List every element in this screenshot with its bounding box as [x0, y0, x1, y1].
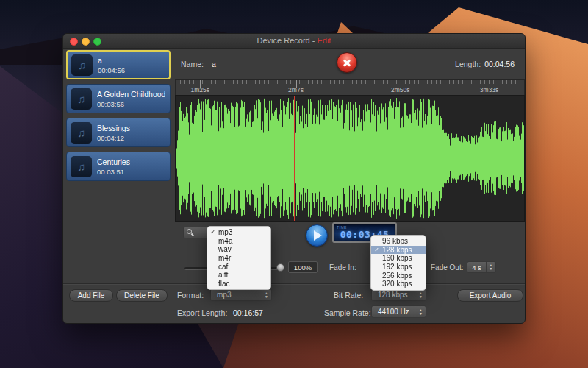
menu-item-label: 192 kbps [382, 263, 412, 271]
menu-item-label: m4r [218, 254, 231, 262]
menu-item-label: 160 kbps [382, 254, 412, 262]
waveform-canvas[interactable] [176, 96, 524, 221]
check-icon: ✓ [207, 229, 218, 236]
zoom-slider-thumb[interactable] [276, 263, 284, 272]
menu-item-m4r[interactable]: m4r [207, 254, 270, 263]
magnifier-icon [187, 229, 194, 236]
menu-item-label: m4a [218, 237, 232, 245]
music-note-icon: ♫ [71, 54, 93, 76]
length-label: Length: [455, 60, 481, 68]
ruler-ticks [176, 80, 524, 84]
track-duration: 00:04:12 [97, 134, 130, 142]
menu-item-128kbps[interactable]: ✓128 kbps [371, 246, 426, 255]
name-value: a [212, 60, 216, 68]
menu-item-256kbps[interactable]: 256 kbps [371, 271, 426, 280]
menu-item-label: 320 kbps [382, 280, 412, 288]
menu-item-wav[interactable]: wav [207, 245, 270, 254]
sample-rate-dropdown[interactable]: 44100 Hz ▴▾ [371, 305, 426, 318]
menu-item-aiff[interactable]: aiff [207, 271, 270, 280]
track-name: a [98, 56, 125, 65]
minimize-window-button[interactable] [82, 38, 90, 46]
waveform-panel[interactable] [175, 95, 525, 222]
stepper-arrows-icon[interactable]: ▴▾ [486, 262, 495, 272]
track-name: A Golden Childhood [97, 90, 165, 99]
bitrate-label: Bit Rate: [334, 291, 363, 300]
export-audio-button[interactable]: Export Audio [457, 289, 523, 302]
check-icon: ✓ [371, 247, 382, 253]
delete-selection-button[interactable] [337, 52, 357, 73]
export-length-value: 00:16:57 [233, 308, 263, 317]
format-value: mp3 [211, 291, 262, 299]
track-list-item[interactable]: ♫ Blessings00:04:12 [66, 118, 171, 147]
menu-item-label: 96 kbps [382, 237, 408, 245]
fade-out-value: 4 s [467, 262, 486, 272]
sample-rate-value: 44100 Hz [372, 308, 416, 316]
format-label: Format: [177, 291, 204, 300]
zoom-window-button[interactable] [93, 38, 101, 46]
track-list-item[interactable]: ♫ A Golden Childhood00:03:56 [66, 84, 171, 113]
menu-item-192kbps[interactable]: 192 kbps [371, 263, 426, 272]
ruler-label: 2m50s [391, 86, 410, 93]
length-readout: Length: 00:04:56 [455, 60, 514, 68]
format-menu: ✓mp3 m4a wav m4r caf aiff flac [207, 226, 271, 290]
popup-arrows-icon: ▴▾ [416, 306, 426, 317]
music-note-icon: ♫ [71, 122, 92, 144]
delete-file-button[interactable]: Delete File [116, 289, 168, 302]
track-name: Blessings [97, 124, 130, 132]
track-list-item[interactable]: ♫ Centuries00:03:51 [66, 152, 171, 181]
track-name: Centuries [97, 158, 130, 166]
menu-item-label: flac [218, 280, 230, 288]
bitrate-value: 128 kbps [372, 291, 416, 299]
menu-item-label: 256 kbps [382, 272, 412, 280]
sample-rate-label: Sample Rate: [324, 308, 371, 317]
ruler-label: 1m25s [190, 86, 209, 93]
menu-item-320kbps[interactable]: 320 kbps [371, 280, 426, 289]
track-duration: 00:04:56 [98, 66, 125, 74]
menu-item-flac[interactable]: flac [207, 280, 270, 289]
menu-item-label: caf [218, 263, 228, 271]
ruler-label: 3m33s [480, 86, 499, 93]
bitrate-menu: 96 kbps ✓128 kbps 160 kbps 192 kbps 256 … [370, 235, 426, 291]
name-label: Name: [181, 60, 204, 68]
menu-item-label: 128 kbps [382, 246, 412, 254]
export-length-label: Export Length: [177, 308, 227, 317]
add-file-button[interactable]: Add File [69, 289, 113, 302]
fade-out-stepper[interactable]: 4 s ▴▾ [467, 261, 496, 273]
menu-item-caf[interactable]: caf [207, 262, 270, 271]
menu-item-label: aiff [218, 271, 228, 279]
music-note-icon: ♫ [71, 156, 92, 177]
window-title: Device Record - Edit [63, 34, 525, 48]
play-button[interactable] [306, 224, 328, 247]
menu-item-160kbps[interactable]: 160 kbps [371, 254, 426, 263]
playhead[interactable] [294, 96, 295, 221]
window-title-edit: Edit [317, 36, 331, 45]
format-dropdown[interactable]: mp3 ▴▾ [210, 289, 272, 301]
bottom-divider [63, 283, 525, 285]
popup-arrows-icon: ▴▾ [416, 289, 426, 300]
music-note-icon: ♫ [71, 88, 92, 110]
fade-in-label: Fade In: [329, 263, 356, 272]
menu-item-mp3[interactable]: ✓mp3 [207, 228, 270, 237]
fade-out-label: Fade Out: [431, 263, 463, 272]
ruler-label: 2m7s [288, 86, 304, 93]
length-value: 00:04:56 [484, 60, 514, 68]
popup-arrows-icon: ▴▾ [262, 289, 271, 300]
zoom-value: 100% [288, 261, 318, 273]
titlebar: Device Record - Edit [63, 34, 525, 49]
timeline-ruler: 1m25s 2m7s 2m50s 3m33s [175, 79, 525, 95]
app-window: Device Record - Edit ♫ a00:04:56 ♫ A Gol… [62, 33, 526, 324]
track-list-item[interactable]: ♫ a00:04:56 [66, 50, 171, 79]
track-duration: 00:03:51 [97, 168, 130, 176]
menu-item-m4a[interactable]: m4a [207, 237, 270, 246]
menu-item-label: mp3 [218, 228, 232, 236]
close-window-button[interactable] [70, 38, 78, 46]
menu-item-label: wav [218, 245, 232, 253]
track-duration: 00:03:56 [97, 100, 165, 108]
play-icon [314, 230, 322, 241]
menu-item-96kbps[interactable]: 96 kbps [371, 237, 426, 246]
